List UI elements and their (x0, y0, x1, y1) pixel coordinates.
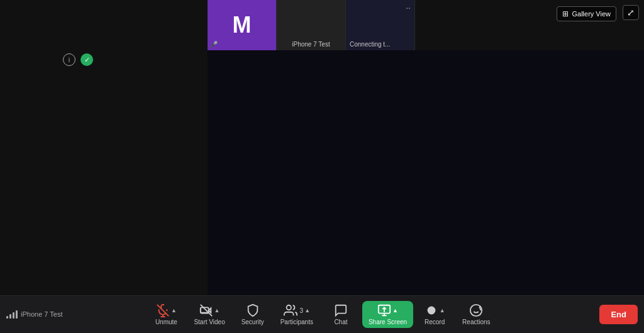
share-chevron-icon[interactable]: ▲ (392, 307, 398, 314)
participants-icon (284, 303, 297, 317)
share-screen-button[interactable]: ▲ Share Screen (362, 301, 413, 328)
gallery-view-button[interactable]: ⊞ Gallery View (557, 6, 616, 21)
record-icon (425, 303, 438, 317)
gallery-view-label: Gallery View (572, 10, 611, 18)
video-chevron-icon[interactable]: ▲ (214, 307, 220, 314)
record-chevron-icon[interactable]: ▲ (440, 307, 445, 314)
security-label: Security (242, 319, 264, 325)
svg-point-10 (428, 307, 435, 314)
toolbar-left: iPhone 7 Test (0, 295, 62, 333)
svg-point-5 (286, 305, 291, 310)
mic-off-icon (156, 303, 170, 317)
network-device-label: iPhone 7 Test (21, 310, 62, 318)
gallery-grid-icon: ⊞ (562, 9, 569, 18)
security-button[interactable]: Security (234, 301, 272, 328)
center-video-area: M 🎤 iPhone 7 Test Connecting t... ·· ⊞ G… (208, 0, 644, 295)
thumb-mic-off-icon: 🎤 (210, 41, 218, 48)
participants-label: Participants (280, 319, 313, 325)
left-panel: i ✓ (0, 0, 208, 295)
participants-button[interactable]: 3 ▲ Participants (274, 301, 319, 328)
security-shield-icon (246, 303, 260, 317)
gallery-thumb-iphone[interactable]: iPhone 7 Test (277, 0, 346, 50)
info-icon[interactable]: i (63, 53, 75, 66)
info-icons: i ✓ (63, 53, 93, 66)
main-area: i ✓ M 🎤 iPhone 7 Test Connecting t... ·· (0, 0, 644, 295)
toolbar: iPhone 7 Test ▲ Unmute (0, 295, 644, 333)
reactions-label: Reactions (462, 319, 490, 325)
network-bars-icon (6, 310, 18, 319)
end-button[interactable]: End (599, 305, 638, 324)
participants-chevron-icon[interactable]: ▲ (304, 307, 310, 314)
connecting-label: Connecting t... (350, 41, 390, 48)
gallery-thumb-m[interactable]: M 🎤 (208, 0, 277, 50)
record-button[interactable]: ▲ Record (416, 301, 453, 328)
thumb-letter-m: M (233, 12, 252, 38)
thumb-options-dots[interactable]: ·· (406, 3, 411, 13)
fullscreen-icon: ⤢ (627, 8, 635, 18)
svg-line-3 (200, 305, 211, 316)
camera-off-icon (199, 303, 213, 317)
network-info: iPhone 7 Test (6, 310, 62, 319)
fullscreen-button[interactable]: ⤢ (623, 5, 639, 20)
start-video-button[interactable]: ▲ Start Video (187, 301, 231, 328)
chat-label: Chat (334, 319, 347, 325)
share-screen-icon (377, 303, 391, 317)
iphone-thumb-label: iPhone 7 Test (292, 41, 330, 48)
gallery-thumb-connecting[interactable]: Connecting t... ·· (346, 0, 415, 50)
unmute-label: Unmute (155, 319, 177, 325)
chat-button[interactable]: Chat (322, 301, 360, 328)
unmute-chevron-icon[interactable]: ▲ (171, 307, 177, 314)
shield-check-icon[interactable]: ✓ (80, 53, 93, 66)
share-screen-label: Share Screen (369, 319, 407, 325)
start-video-label: Start Video (194, 319, 225, 325)
toolbar-items: ▲ Unmute ▲ Start Video Secu (147, 301, 496, 328)
record-label: Record (425, 319, 445, 325)
reactions-icon (469, 303, 483, 317)
chat-icon (334, 303, 348, 317)
reactions-button[interactable]: Reactions (456, 301, 496, 328)
toolbar-right: End (599, 295, 644, 333)
participants-count: 3 (300, 307, 304, 314)
unmute-button[interactable]: ▲ Unmute (147, 301, 185, 328)
